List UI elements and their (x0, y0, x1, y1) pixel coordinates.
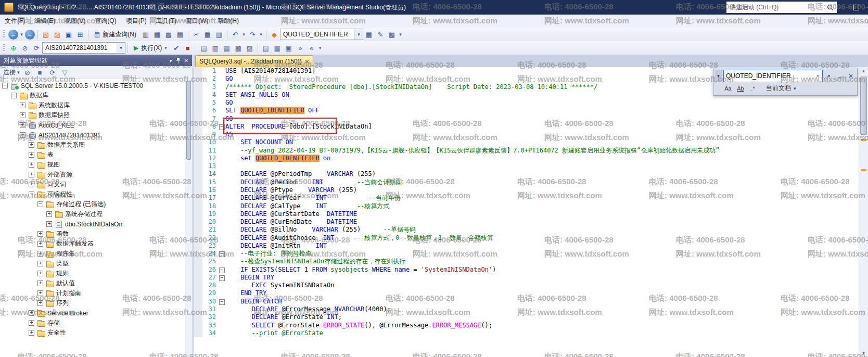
menu-item-2[interactable]: 编辑(E) (30, 15, 60, 28)
scrollbar-thumb[interactable] (860, 76, 867, 135)
breakpoint-margin[interactable] (194, 274, 202, 282)
new-mdx-query-button[interactable]: ▩ (163, 29, 174, 40)
navigate-back-button[interactable]: ← (8, 30, 18, 40)
expand-toggle[interactable]: + (29, 310, 34, 316)
expand-toggle[interactable]: + (29, 152, 34, 158)
close-icon[interactable]: ✕ (305, 59, 309, 65)
tree-item[interactable]: +安全性 (0, 328, 192, 338)
expand-toggle[interactable]: + (29, 162, 34, 168)
menu-item-8[interactable]: 帮助(H) (213, 15, 244, 28)
options-button[interactable]: ▩ (386, 29, 398, 40)
find-history-dropdown[interactable]: ▾ (824, 70, 834, 82)
disconnect-button[interactable]: ⊘ (23, 68, 32, 77)
expand-toggle[interactable]: + (29, 182, 34, 187)
change-connection-button[interactable]: ⟳ (31, 42, 42, 54)
collapse-icon[interactable]: − (219, 299, 225, 305)
breakpoint-margin[interactable] (194, 282, 202, 289)
expand-toggle[interactable]: + (37, 300, 43, 306)
menu-item-5[interactable]: 项目(P) (121, 15, 151, 28)
menu-item-7[interactable]: 窗口(W) (181, 15, 213, 28)
open-file-button[interactable]: ▨ (52, 29, 63, 40)
expand-toggle[interactable]: + (29, 172, 34, 177)
properties-button[interactable]: ▦ (363, 29, 375, 40)
connect-button[interactable]: ⊕ (8, 42, 19, 54)
editor-tab[interactable]: SQLQuery3.sql -...2\kddadmin (150)) ✕ (195, 55, 313, 67)
close-panel-button[interactable]: ✕ (184, 58, 188, 63)
breakpoint-margin[interactable] (194, 99, 202, 107)
expand-toggle[interactable]: + (37, 231, 43, 237)
estimated-plan-button[interactable]: ▤ (198, 42, 210, 54)
breakpoint-margin[interactable] (194, 329, 202, 337)
redo-button[interactable]: ↷ (247, 29, 258, 40)
tree-item[interactable]: +AcctCtl_KEE (0, 120, 192, 130)
parse-button[interactable]: ✔ (171, 42, 182, 54)
tree-item[interactable]: +视图 (0, 160, 192, 170)
maximize-button[interactable] (845, 0, 867, 15)
new-project-button[interactable]: ▧ (40, 29, 52, 40)
quick-launch-box[interactable]: 快速启动 (Ctrl+Q) (726, 2, 837, 13)
object-explorer-header[interactable]: 对象资源管理器 ▾ ✕ (0, 55, 192, 66)
breakpoint-margin[interactable] (194, 298, 202, 305)
find-combo[interactable]: QUOTED_IDENTIFIER ▾ (280, 29, 363, 40)
database-combo-dropdown[interactable]: ▾ (117, 43, 125, 53)
code-editor[interactable]: 1USE [AIS201407281401391]2GO3/****** Obj… (194, 67, 859, 357)
toolbar-overflow-button[interactable]: ▾ (398, 29, 403, 40)
breakpoint-margin[interactable] (194, 83, 202, 91)
undo-dropdown[interactable]: ▾ (241, 29, 247, 40)
client-statistics-button[interactable]: ▨ (244, 42, 256, 54)
collapse-icon[interactable]: − (219, 275, 225, 281)
expand-toggle[interactable]: − (37, 201, 43, 207)
tree-item[interactable]: +计划指南 (0, 288, 192, 298)
results-to-file-button[interactable]: ▣ (283, 42, 295, 54)
breakpoint-margin[interactable] (194, 234, 202, 242)
execute-button[interactable]: ▶ 执行(X) ▾ (130, 42, 171, 54)
breakpoint-margin[interactable] (194, 178, 202, 186)
find-combo-dropdown[interactable]: ▾ (354, 29, 363, 40)
tree-item[interactable]: −存储过程 (已筛选) (0, 199, 192, 209)
scroll-up-arrow[interactable]: ▲ (859, 67, 868, 75)
actual-plan-button[interactable]: ▩ (233, 42, 244, 54)
tree-item[interactable]: −可编程性 (0, 189, 192, 199)
tree-item[interactable]: +函数 (0, 229, 192, 239)
tree-item[interactable]: +系统存储过程 (0, 209, 192, 219)
breakpoint-margin[interactable] (194, 186, 202, 194)
scroll-down-arrow[interactable]: ▼ (859, 349, 868, 357)
tree-item[interactable]: +数据库关系图 (0, 140, 192, 150)
expand-toggle[interactable]: + (20, 112, 25, 118)
find-expand-toggle[interactable]: ▾ (715, 70, 722, 82)
results-to-text-button[interactable]: ▤ (260, 42, 272, 54)
breakpoint-margin[interactable] (194, 194, 202, 202)
whole-word-toggle[interactable]: Ab (736, 84, 745, 93)
disconnect-button[interactable]: ⊘ (19, 42, 31, 54)
expand-toggle[interactable]: − (20, 132, 25, 138)
regex-toggle[interactable]: .* (748, 84, 758, 93)
toolbar-overflow-button[interactable]: ▾ (317, 42, 323, 54)
tree-item[interactable]: −AIS201407281401391 (0, 130, 192, 140)
redo-dropdown[interactable]: ▾ (258, 29, 264, 40)
find-next-button[interactable]: → (835, 70, 845, 82)
tree-item[interactable]: −数据库 (0, 91, 192, 100)
breakpoint-margin[interactable] (194, 170, 202, 178)
vertical-scrollbar[interactable]: ▲ ▼ (859, 67, 868, 357)
expand-toggle[interactable]: + (37, 241, 43, 247)
tree-scrollbar[interactable] (185, 79, 192, 357)
breakpoint-margin[interactable] (194, 289, 202, 297)
navigate-forward-button[interactable]: → (25, 30, 35, 40)
save-button[interactable]: ▣ (63, 29, 74, 40)
available-databases-combo[interactable]: AIS201407281401391 ▾ (42, 42, 125, 54)
scrollbar-thumb[interactable] (186, 81, 191, 160)
query-options-button[interactable]: ▥ (210, 42, 221, 54)
breakpoint-margin[interactable] (194, 258, 202, 265)
toolbar-grip[interactable] (3, 30, 5, 39)
find-close-button[interactable]: ✕ (846, 70, 856, 82)
expand-toggle[interactable]: + (37, 261, 43, 266)
new-analysis-query-button[interactable]: ▦ (151, 29, 163, 40)
expand-toggle[interactable]: + (46, 211, 52, 217)
navigate-back-dropdown[interactable]: ▾ (19, 29, 24, 40)
breakpoint-margin[interactable] (194, 147, 202, 155)
breakpoint-margin[interactable] (194, 242, 202, 250)
uncomment-button[interactable]: « (306, 42, 317, 54)
tree-item[interactable]: +dbo.StockINIDataOn (0, 219, 192, 229)
copy-button[interactable]: ▦ (202, 29, 213, 40)
tree-item[interactable]: +外部资源 (0, 170, 192, 180)
